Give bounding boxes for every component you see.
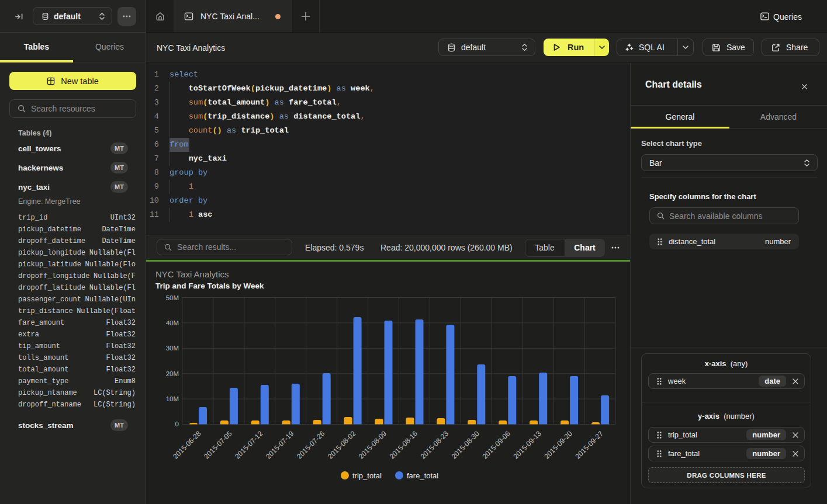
svg-text:2015-09-20: 2015-09-20 <box>542 429 574 461</box>
svg-text:20M: 20M <box>166 370 179 377</box>
svg-text:40M: 40M <box>166 319 179 326</box>
svg-text:NYC Taxi Analytics: NYC Taxi Analytics <box>155 269 229 279</box>
svg-text:2015-09-13: 2015-09-13 <box>512 429 544 461</box>
svg-text:2015-06-28: 2015-06-28 <box>171 429 203 461</box>
svg-text:10M: 10M <box>166 395 179 402</box>
svg-text:2015-08-16: 2015-08-16 <box>388 429 420 461</box>
svg-text:2015-07-05: 2015-07-05 <box>202 429 234 461</box>
svg-text:2015-08-23: 2015-08-23 <box>419 429 451 461</box>
svg-text:0: 0 <box>175 420 179 427</box>
svg-text:2015-07-19: 2015-07-19 <box>264 429 296 461</box>
svg-text:2015-08-02: 2015-08-02 <box>326 429 358 461</box>
svg-text:trip_total: trip_total <box>352 471 382 480</box>
svg-text:30M: 30M <box>166 345 179 352</box>
svg-text:2015-07-26: 2015-07-26 <box>295 429 327 461</box>
svg-text:2015-08-09: 2015-08-09 <box>357 429 389 461</box>
svg-text:50M: 50M <box>166 294 179 301</box>
svg-text:Trip and Fare Totals by Week: Trip and Fare Totals by Week <box>155 281 264 290</box>
svg-text:2015-08-30: 2015-08-30 <box>450 429 482 461</box>
svg-text:2015-07-12: 2015-07-12 <box>233 429 265 461</box>
svg-text:2015-09-27: 2015-09-27 <box>573 429 605 461</box>
svg-text:fare_total: fare_total <box>407 471 438 480</box>
svg-text:2015-09-06: 2015-09-06 <box>481 429 513 461</box>
